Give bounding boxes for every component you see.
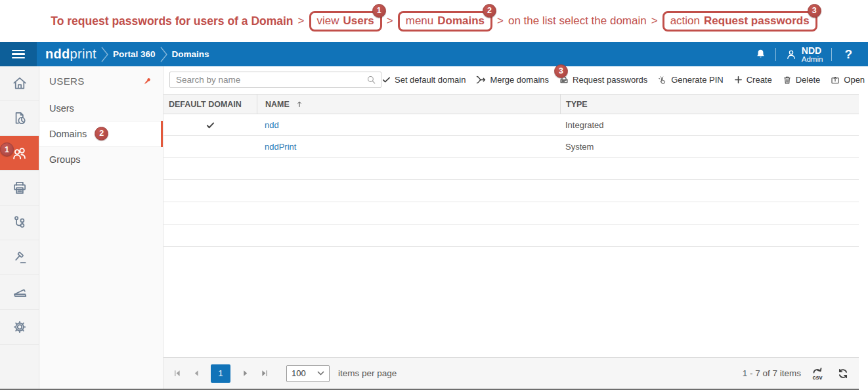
step-badge-3: 3 [808,4,821,18]
panel-item-users[interactable]: Users [39,96,163,121]
reports-icon [11,110,28,127]
icon-sidebar: 1 [0,66,39,389]
panel-item-domains[interactable]: Domains 2 [39,121,163,147]
banner-middle-text: on the list select the domain [508,14,647,28]
action-label: Set default domain [395,75,466,85]
notifications-bell-icon[interactable] [754,48,767,60]
sidebar-item-scanner[interactable] [0,275,39,310]
search-icon [366,74,377,85]
action-label: Delete [796,75,821,85]
banner-separator: > [497,14,504,28]
table-footer: 1 100 items per page 1 - 7 of 7 items [163,357,859,389]
type-cell: System [560,142,859,152]
column-label: TYPE [566,100,588,109]
banner-separator: > [651,14,658,28]
column-header-default-domain[interactable]: DEFAULT DOMAIN [163,95,257,114]
sidebar-item-workflow[interactable] [0,206,39,240]
step-pre: view [317,14,339,28]
panel-item-groups[interactable]: Groups [39,147,163,172]
step-pre: action [670,14,700,28]
printer-icon [11,179,28,196]
last-page-button[interactable] [257,366,271,381]
page-size-dropdown[interactable]: 100 [286,365,330,382]
sidebar-item-rules[interactable] [0,240,39,275]
refresh-button[interactable] [836,367,850,380]
name-cell: ndd [257,120,560,130]
plus-icon [733,75,743,85]
banner-lead-text: To request passwords for users of a Doma… [51,14,293,28]
csv-label: csv [813,374,823,380]
page-number-button[interactable]: 1 [211,364,230,383]
domain-link[interactable]: nddPrint [265,142,296,152]
divider [831,48,832,61]
column-label: NAME [265,100,290,109]
request-passwords-button[interactable]: 3 Request passwords [559,75,647,85]
user-name: NDD [802,46,823,55]
search-input[interactable] [169,72,381,88]
table-row-ndd[interactable]: ndd Integrated [163,114,859,136]
breadcrumb-portal360[interactable]: Portal 360 [113,49,156,59]
column-label: DEFAULT DOMAIN [169,100,242,109]
panel-badge-2: 2 [95,127,108,141]
pager: 1 100 items per page [170,364,397,383]
generate-pin-button[interactable]: Generate PIN [657,75,724,85]
sidebar-item-printers[interactable] [0,171,39,206]
action-label: Create [747,75,772,85]
sidebar-item-reports[interactable] [0,101,39,136]
trash-icon [782,75,792,85]
type-cell: Integrated [560,120,859,130]
instruction-banner: To request passwords for users of a Doma… [0,0,868,42]
step-label: Domains [437,14,485,28]
table-row-nddprint[interactable]: nddPrint System [163,136,859,158]
home-icon [11,75,28,92]
panel-item-label: Domains [49,129,87,139]
banner-step-users: view Users 1 [309,11,382,32]
sidebar-item-home[interactable] [0,66,39,101]
empty-row [163,158,859,180]
action-label: Merge domains [490,75,549,85]
items-range-label: 1 - 7 of 7 items [743,368,801,378]
rail-badge-1: 1 [0,142,14,156]
open-button[interactable]: Open [830,75,865,85]
prev-page-button[interactable] [189,366,204,381]
workflow-icon [11,214,28,231]
breadcrumb-chevron-icon [160,46,168,63]
click-hand-icon [657,75,668,85]
delete-button[interactable]: Delete [782,75,821,85]
empty-row [163,225,859,247]
panel-item-label: Users [49,103,74,114]
menu-hamburger-button[interactable] [0,42,37,66]
column-header-type[interactable]: TYPE [560,95,859,114]
set-default-domain-button[interactable]: Set default domain [381,75,466,85]
step-pre: menu [406,14,434,28]
gear-icon [11,318,28,336]
column-header-name[interactable]: NAME [257,95,560,114]
default-domain-cell [163,120,257,130]
open-icon [830,75,840,85]
app-header: nddprint Portal 360 Domains NDD Admin ? [0,42,868,66]
panel-title: USERS [49,76,85,87]
check-icon [381,75,391,85]
next-page-button[interactable] [238,366,252,381]
export-csv-button[interactable]: csv [811,366,827,381]
breadcrumb-domains[interactable]: Domains [172,49,209,59]
merge-domains-button[interactable]: Merge domains [475,74,549,85]
sort-asc-icon [295,100,303,108]
first-page-button[interactable] [170,366,184,381]
user-role: Admin [802,55,823,63]
logo-bold: ndd [45,47,70,61]
items-per-page-label: items per page [338,368,397,378]
domain-link[interactable]: ndd [265,120,279,130]
help-button[interactable]: ? [840,47,856,62]
user-icon [785,48,798,61]
create-button[interactable]: Create [733,75,772,85]
user-menu[interactable]: NDD Admin [785,46,823,63]
chevron-down-icon [317,371,324,376]
pin-icon[interactable] [141,76,153,87]
sidebar-item-settings[interactable] [0,310,39,345]
gavel-icon [11,249,28,266]
scanner-icon [11,284,28,301]
toolbar-badge-3: 3 [554,64,568,78]
default-domain-check-icon [206,120,215,130]
step-label: Users [343,14,374,28]
